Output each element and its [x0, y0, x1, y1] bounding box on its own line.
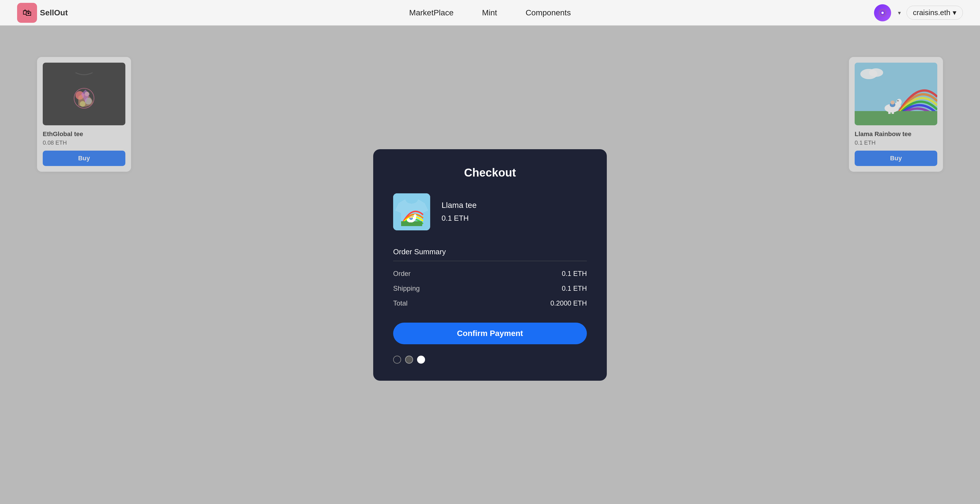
svg-point-30 — [410, 216, 412, 218]
modal-overlay: Checkout — [0, 25, 980, 504]
step-dots — [393, 356, 587, 364]
svg-point-28 — [414, 214, 417, 218]
step-dot-3 — [417, 356, 425, 364]
shipping-value: 0.1 ETH — [562, 285, 587, 293]
checkout-modal: Checkout — [373, 149, 607, 381]
user-dropdown-arrow: ▾ — [953, 8, 956, 17]
logo-icon: 🛍 — [17, 3, 37, 23]
user-address: craisins.eth — [913, 8, 951, 17]
confirm-payment-button[interactable]: Confirm Payment — [393, 323, 587, 344]
order-label: Order — [393, 270, 410, 278]
product-row: Llama tee 0.1 ETH — [393, 193, 587, 233]
product-price: 0.1 ETH — [442, 214, 477, 223]
navbar: 🛍 SellOut MarketPlace Mint Components ▾ … — [0, 0, 980, 25]
nav-links: MarketPlace Mint Components — [409, 8, 571, 17]
wallet-icon-button[interactable] — [874, 4, 891, 21]
nav-components[interactable]: Components — [526, 8, 571, 17]
order-row: Order 0.1 ETH — [393, 270, 587, 278]
wallet-dropdown-arrow[interactable]: ▾ — [898, 10, 901, 16]
shipping-label: Shipping — [393, 285, 420, 293]
order-summary-title: Order Summary — [393, 248, 587, 256]
nav-marketplace[interactable]: MarketPlace — [409, 8, 453, 17]
total-label: Total — [393, 299, 408, 307]
user-account-button[interactable]: craisins.eth ▾ — [907, 6, 963, 20]
nav-right: ▾ craisins.eth ▾ — [874, 4, 963, 21]
product-name: Llama tee — [442, 201, 477, 210]
product-thumbnail — [393, 193, 430, 231]
product-info: Llama tee 0.1 ETH — [442, 201, 477, 223]
step-dot-1 — [393, 356, 401, 364]
logo-text: SellOut — [40, 8, 68, 17]
order-value: 0.1 ETH — [562, 270, 587, 278]
nav-mint[interactable]: Mint — [482, 8, 497, 17]
total-row: Total 0.2000 ETH — [393, 299, 587, 307]
logo-area[interactable]: 🛍 SellOut — [17, 3, 68, 23]
svg-point-2 — [881, 12, 884, 14]
total-value: 0.2000 ETH — [550, 299, 587, 307]
step-dot-2 — [405, 356, 413, 364]
shipping-row: Shipping 0.1 ETH — [393, 285, 587, 293]
modal-title: Checkout — [393, 166, 587, 179]
